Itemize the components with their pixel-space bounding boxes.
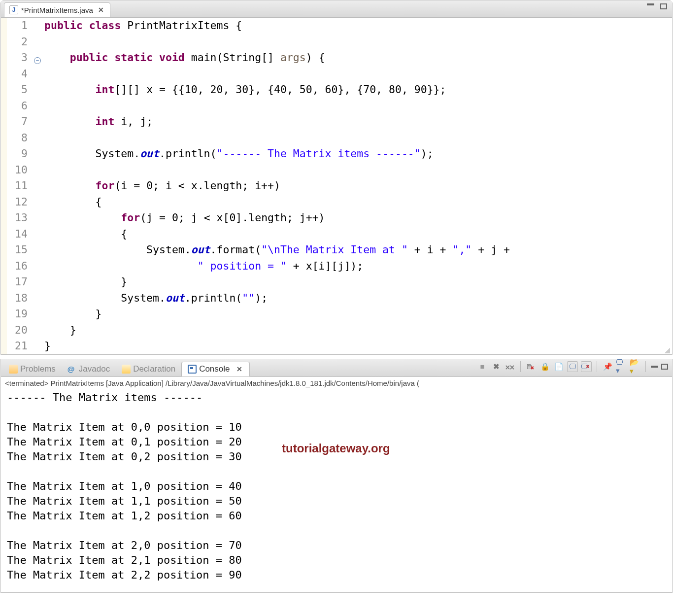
console-output-text: ------ The Matrix items ------ The Matri…	[7, 391, 242, 581]
tab-problems[interactable]: Problems	[3, 362, 62, 376]
console-tabbar: Problems @ Javadoc Declaration Console ✕…	[1, 359, 672, 377]
wrap-icon[interactable]: 📄	[553, 361, 564, 372]
console-status: <terminated> PrintMatrixItems [Java Appl…	[1, 377, 672, 389]
remove-all-icon[interactable]: ⨉⨉	[505, 361, 515, 372]
minimize-icon[interactable]	[651, 366, 658, 368]
scroll-lock-icon[interactable]: 🔒	[539, 361, 550, 372]
display-selected-console-icon[interactable]: 🖵▾	[616, 361, 627, 372]
open-console-icon[interactable]: 📂▾	[630, 361, 640, 372]
declaration-icon	[122, 365, 131, 374]
fold-toggle-icon[interactable]: −	[34, 57, 41, 64]
watermark: tutorialgateway.org	[282, 441, 390, 456]
minimize-icon[interactable]	[647, 3, 654, 5]
close-icon[interactable]: ✕	[97, 6, 105, 14]
editor-tabbar: J *PrintMatrixItems.java ✕	[1, 1, 672, 18]
maximize-icon[interactable]	[660, 3, 667, 9]
gutter-margin	[1, 18, 7, 354]
tab-label: Javadoc	[79, 364, 110, 374]
clear-console-icon[interactable]: 🗎✖	[526, 361, 537, 372]
line-number-gutter: 123456789101112131415161718192021	[7, 18, 33, 354]
tab-declaration[interactable]: Declaration	[116, 362, 181, 376]
tab-label: Console	[199, 364, 230, 374]
tab-label: Problems	[20, 364, 56, 374]
editor-tab-label: *PrintMatrixItems.java	[21, 6, 93, 14]
editor-pane: J *PrintMatrixItems.java ✕ 1234567891011…	[0, 0, 673, 355]
folding-gutter[interactable]: −	[33, 18, 42, 354]
editor-tab[interactable]: J *PrintMatrixItems.java ✕	[4, 2, 110, 17]
separator	[520, 361, 521, 372]
show-console-on-error-icon[interactable]: 🖵✖	[581, 361, 592, 372]
console-toolbar: ■ ✖ ⨉⨉ 🗎✖ 🔒 📄 🖵 🖵✖ 📌 🖵▾ 📂▾	[477, 361, 668, 372]
tab-console[interactable]: Console ✕	[181, 362, 249, 376]
tab-javadoc[interactable]: @ Javadoc	[62, 362, 116, 376]
resize-handle-icon[interactable]	[664, 347, 670, 353]
separator	[597, 361, 597, 372]
separator	[645, 361, 646, 372]
remove-launch-icon[interactable]: ✖	[491, 361, 502, 372]
java-file-icon: J	[9, 5, 18, 14]
console-pane: Problems @ Javadoc Declaration Console ✕…	[0, 359, 673, 593]
maximize-icon[interactable]	[661, 364, 668, 370]
console-icon	[188, 365, 197, 374]
tab-label: Declaration	[133, 364, 175, 374]
source-code[interactable]: public class PrintMatrixItems { public s…	[42, 18, 510, 354]
code-area[interactable]: 123456789101112131415161718192021 − publ…	[1, 18, 672, 354]
editor-window-controls	[647, 3, 667, 9]
javadoc-icon: @	[67, 365, 76, 374]
console-output[interactable]: ------ The Matrix items ------ The Matri…	[1, 389, 672, 592]
editor-body: 123456789101112131415161718192021 − publ…	[1, 18, 672, 354]
problems-icon	[9, 365, 18, 374]
terminate-icon[interactable]: ■	[477, 361, 488, 372]
close-icon[interactable]: ✕	[236, 365, 243, 373]
pin-console-icon[interactable]: 📌	[602, 361, 613, 372]
show-console-on-output-icon[interactable]: 🖵	[567, 361, 578, 372]
